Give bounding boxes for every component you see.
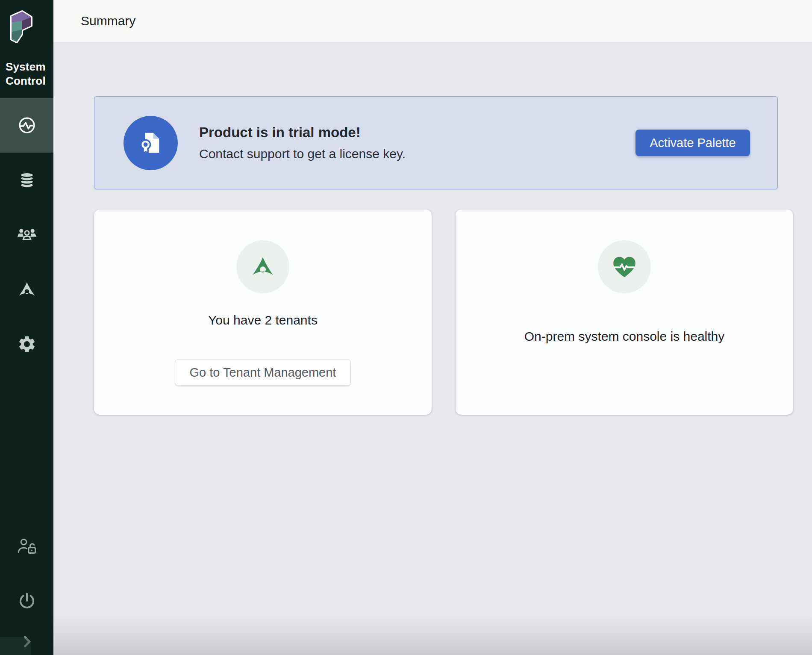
sidebar-nav <box>0 98 53 372</box>
license-icon-circle <box>124 116 178 170</box>
brand-name: System Control <box>0 45 53 88</box>
heart-pulse-icon <box>611 254 638 279</box>
content-area: Product is in trial mode! Contact suppor… <box>53 42 812 655</box>
stack-icon <box>18 171 36 189</box>
page-header: Summary <box>53 0 812 42</box>
banner-subtitle: Contact support to get a license key. <box>199 147 406 161</box>
palette-logo-icon <box>8 9 34 44</box>
sidebar-item-user-access[interactable] <box>0 519 53 573</box>
activate-palette-button[interactable]: Activate Palette <box>635 130 750 156</box>
banner-texts: Product is in trial mode! Contact suppor… <box>199 124 406 161</box>
user-lock-icon <box>17 537 37 555</box>
sidebar-item-spectro[interactable] <box>0 262 53 317</box>
sidebar-footer <box>0 519 53 655</box>
tenants-icon <box>17 227 37 242</box>
sidebar-item-stacks[interactable] <box>0 153 53 207</box>
main-area: Summary Product is in trial mode! Contac <box>53 0 812 655</box>
sidebar: System Control <box>0 0 53 655</box>
tenants-card: You have 2 tenants Go to Tenant Manageme… <box>94 209 432 415</box>
sidebar-item-power[interactable] <box>0 573 53 628</box>
spectro-a-icon <box>250 256 275 277</box>
sidebar-item-tenants[interactable] <box>0 207 53 262</box>
brand-logo <box>0 0 53 45</box>
spectro-a-icon <box>18 281 36 298</box>
app-window: System Control <box>0 0 812 655</box>
power-icon <box>18 591 36 610</box>
gear-icon <box>17 334 37 354</box>
summary-cards: You have 2 tenants Go to Tenant Manageme… <box>94 209 812 415</box>
go-to-tenant-management-button[interactable]: Go to Tenant Management <box>175 359 351 386</box>
health-card: On-prem system console is healthy <box>456 209 793 415</box>
health-icon-circle <box>598 240 651 293</box>
trial-banner: Product is in trial mode! Contact suppor… <box>94 96 778 189</box>
activity-icon <box>17 115 37 135</box>
tenants-count-message: You have 2 tenants <box>208 313 318 328</box>
page-title: Summary <box>81 14 135 28</box>
sidebar-item-summary[interactable] <box>0 98 53 153</box>
banner-title: Product is in trial mode! <box>199 124 406 141</box>
sidebar-item-settings[interactable] <box>0 317 53 372</box>
tenants-icon-circle <box>236 240 289 293</box>
health-status-message: On-prem system console is healthy <box>524 329 725 344</box>
sidebar-corner-panel <box>0 637 31 655</box>
license-icon <box>137 129 165 157</box>
